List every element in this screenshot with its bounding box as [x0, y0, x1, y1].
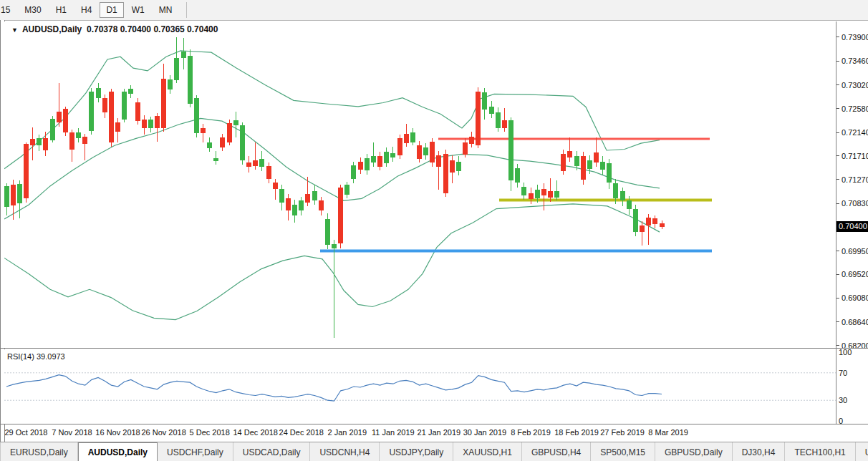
candle-body: [574, 156, 579, 166]
price-tick: 0.70830: [836, 199, 868, 208]
chart-tab-audusd-daily[interactable]: AUDUSD,Daily: [78, 442, 158, 461]
chart-tab-usdcnh-h4[interactable]: USDCNH,H4: [310, 442, 380, 461]
chart-tab-bar: EURUSD,DailyAUDUSD,DailyUSDCHF,DailyUSDC…: [0, 442, 868, 461]
candle-body: [161, 79, 166, 128]
chart-ohlc-values: 0.70378 0.70400 0.70365 0.70400: [87, 24, 218, 34]
candle-body: [37, 138, 42, 145]
candle-body: [561, 154, 566, 171]
candle-body: [594, 152, 599, 162]
candle-body: [89, 92, 94, 131]
tick-mark: [836, 108, 839, 109]
chart-tab-usdchf-daily[interactable]: USDCHF,Daily: [158, 442, 233, 461]
chart-dropdown-icon[interactable]: ▼: [11, 26, 18, 34]
tick-mark: [836, 179, 839, 180]
timeframe-toolbar: 15M30H1H4D1W1MN: [0, 0, 868, 21]
candle-body: [332, 244, 337, 248]
candle-body: [613, 183, 618, 198]
candle-body: [417, 145, 422, 159]
candle-body: [148, 120, 153, 128]
candle-body: [43, 138, 48, 150]
timeframe-button-mn[interactable]: MN: [153, 2, 179, 18]
price-tick: 0.73020: [836, 81, 868, 89]
candle-body: [227, 123, 232, 142]
chart-tab-tech100-h1[interactable]: TECH100,H1: [785, 442, 855, 461]
tick-mark: [836, 274, 839, 275]
candle-body: [430, 142, 435, 162]
chart-tab-ukc[interactable]: UKC: [856, 442, 868, 461]
price-tick-label: 0.71270: [842, 175, 868, 184]
candle-body: [423, 147, 428, 155]
chart-tab-usdjpy-daily[interactable]: USDJPY,Daily: [380, 442, 453, 461]
candle-body: [502, 120, 507, 128]
candle-body: [344, 185, 349, 195]
timeframe-button-w1[interactable]: W1: [125, 2, 151, 18]
timeframe-button-d1[interactable]: D1: [100, 2, 123, 18]
candle-body: [338, 188, 343, 243]
rsi-tick-label: 100: [839, 348, 852, 356]
candle-body: [640, 225, 645, 232]
chart-tab-sp500-m15[interactable]: SP500,M15: [591, 442, 655, 461]
chart-tab-gbpusd-h4[interactable]: GBPUSD,H4: [522, 442, 591, 461]
tick-mark: [836, 251, 839, 251]
chart-tab-dj30-h4[interactable]: DJ30,H4: [733, 442, 786, 461]
candle-body: [581, 156, 586, 180]
candle-body: [63, 109, 68, 132]
candle-body: [109, 92, 114, 143]
candle-body: [122, 92, 127, 120]
tick-mark: [836, 203, 839, 204]
date-tick-label: 8 Feb 2019: [511, 428, 551, 437]
candle-body: [135, 102, 140, 121]
tick-mark: [836, 132, 839, 133]
timeframe-button-h1[interactable]: H1: [49, 2, 73, 18]
price-chart-plot[interactable]: [4, 21, 836, 348]
candle-body: [174, 58, 179, 81]
rsi-label: RSI(14) 39.0973: [7, 352, 65, 361]
trading-app-window: 15M30H1H4D1W1MN ▼AUDUSD,Daily 0.70378 0.…: [0, 0, 868, 461]
timeframe-button-15[interactable]: 15: [0, 2, 16, 18]
candle-body: [4, 186, 9, 207]
price-tick-label: 0.69950: [842, 247, 868, 256]
chart-tab-usdcad-daily[interactable]: USDCAD,Daily: [233, 442, 311, 461]
candle-body: [24, 144, 29, 198]
tick-mark: [836, 37, 839, 37]
current-price-badge: 0.70400: [836, 221, 868, 232]
rsi-tick-label: 30: [839, 396, 847, 404]
candle-body: [188, 56, 193, 104]
candle-body: [482, 92, 487, 109]
candle-body: [201, 128, 206, 133]
chart-tab-xauusd-h1[interactable]: XAUUSD,H1: [453, 442, 522, 461]
candle-body: [115, 122, 120, 131]
candle-body: [30, 139, 35, 145]
candle-body: [292, 205, 297, 215]
rsi-tick-label: 70: [839, 369, 847, 377]
tick-mark: [836, 155, 839, 156]
candle-body: [213, 158, 218, 162]
candle-body: [299, 200, 304, 210]
timeframe-button-h4[interactable]: H4: [74, 2, 98, 18]
price-axis: 0.739000.734600.730200.725800.721400.717…: [836, 21, 868, 348]
candle-body: [351, 165, 356, 179]
candle-body: [17, 184, 22, 203]
price-tick: 0.71270: [836, 175, 868, 184]
candle-body: [450, 160, 455, 173]
price-tick: 0.71710: [836, 152, 868, 160]
candle-body: [633, 209, 638, 233]
timeframe-button-m30[interactable]: M30: [18, 2, 47, 18]
candle-body: [305, 194, 310, 202]
candle-body: [541, 189, 546, 195]
candle-body: [240, 125, 245, 160]
chart-tab-gbpusd-daily[interactable]: GBPUSD,Daily: [655, 442, 733, 461]
rsi-indicator-plot[interactable]: [4, 349, 836, 424]
date-tick-label: 11 Jan 2019: [372, 428, 415, 437]
price-tick: 0.73900: [836, 33, 868, 42]
rsi-axis: 10070300: [836, 349, 868, 424]
pane-separator[interactable]: [0, 348, 868, 349]
candle-body: [266, 166, 271, 179]
tick-mark: [836, 61, 839, 62]
bollinger-lower-band: [4, 204, 660, 320]
chart-tab-eurusd-daily[interactable]: EURUSD,Daily: [1, 442, 78, 461]
date-tick-label: 27 Feb 2019: [600, 428, 645, 437]
date-tick-label: 7 Nov 2018: [52, 428, 92, 437]
price-tick: 0.72140: [836, 128, 868, 137]
candle-body: [57, 112, 62, 122]
